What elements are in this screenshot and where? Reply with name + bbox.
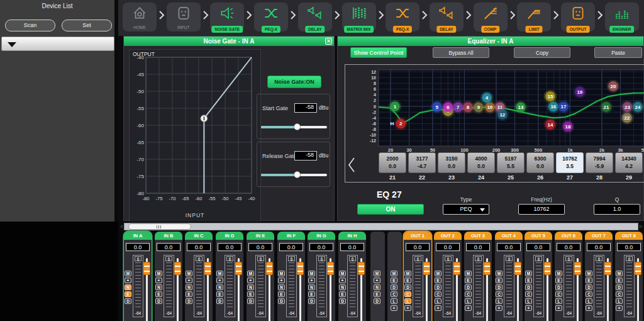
channel-button-D[interactable]: D [125, 298, 131, 304]
channel-button-C[interactable]: C [586, 291, 592, 297]
channel-gain-value[interactable]: 0.0 [466, 243, 490, 251]
channel-button-N[interactable]: N [339, 284, 346, 290]
toolbar-item-delay[interactable]: DELAY [298, 3, 332, 31]
eq-band-on-button[interactable]: ON [357, 204, 424, 215]
set-button[interactable]: Set [62, 20, 112, 31]
channel-button-M[interactable]: M [496, 271, 502, 276]
eq-point-24[interactable]: 24 [631, 100, 644, 113]
channel-gain-value[interactable]: 0.0 [617, 243, 641, 251]
scrollbar-thumb[interactable] [128, 223, 191, 230]
channel-gain-value[interactable]: 0.0 [248, 243, 272, 251]
channel-button-N[interactable]: N [308, 284, 315, 290]
channel-button-C[interactable]: C [496, 291, 502, 297]
channel-gain-value[interactable]: 0.0 [309, 243, 333, 251]
type-select[interactable]: PEQ [443, 204, 489, 215]
channel-button-D[interactable]: D [186, 298, 192, 304]
eq-button-copy[interactable]: Copy [514, 47, 570, 58]
channel-button-+[interactable]: + [216, 278, 223, 283]
bus-button-M[interactable]: M [391, 271, 397, 276]
channel-strip-in-f[interactable]: IN F 0.0 M+NED 6 -64 [277, 232, 305, 321]
channel-button-M[interactable]: M [308, 271, 315, 276]
eq-point-17[interactable]: 17 [557, 100, 570, 113]
channel-gain-value[interactable]: 0.0 [157, 243, 180, 251]
eq-band-cell-26[interactable]: 63000.0 [526, 152, 554, 173]
channel-button-L[interactable]: L [555, 298, 562, 304]
eq-point-21[interactable]: 21 [599, 100, 613, 113]
channel-strip-in-b[interactable]: IN B 0.0 M+NED 6 -64 [155, 232, 182, 321]
fader-handle[interactable] [423, 262, 430, 275]
fader-handle[interactable] [358, 262, 365, 275]
channel-label[interactable]: OUT 1 [404, 232, 431, 240]
channel-button-D[interactable]: D [278, 298, 285, 304]
channel-label[interactable]: IN C [185, 232, 213, 240]
channel-label[interactable]: OUT 4 [495, 232, 523, 240]
eq-band-cell-25[interactable]: 51975.5 [497, 152, 525, 173]
channel-gain-value[interactable]: 0.0 [497, 243, 521, 251]
eq-point-1[interactable]: 1 [388, 100, 401, 113]
gate-param-value[interactable]: -58 [294, 103, 317, 113]
channel-button-N[interactable]: N [186, 284, 192, 290]
eq-button-show-control-point[interactable]: Show Control Point [350, 47, 407, 58]
fader-handle[interactable] [514, 262, 521, 275]
channel-button-E[interactable]: E [465, 278, 472, 283]
channel-button-+[interactable]: + [339, 278, 346, 283]
eq-band-cell-28[interactable]: 7994-5.9 [586, 152, 613, 173]
channel-label[interactable]: OUT 7 [585, 232, 613, 240]
channel-button-E[interactable]: E [247, 291, 254, 297]
bus-button-D[interactable]: D [374, 298, 380, 304]
channel-strip-out-1[interactable]: OUT 1 0.0 MEDCL+ 6 -64 [404, 232, 431, 321]
gate-param-slider[interactable] [261, 123, 327, 131]
toolbar-item-enginer[interactable]: ENGINER [605, 3, 639, 31]
channel-label[interactable]: OUT 3 [464, 232, 492, 240]
freq-field[interactable]: 10762 [518, 204, 565, 215]
fader-handle[interactable] [453, 262, 460, 275]
channel-button-L[interactable]: L [404, 298, 411, 304]
toolbar-item-output[interactable]: OUTPUT [561, 3, 595, 31]
channel-button-+[interactable]: + [555, 305, 562, 311]
eq-band-cell-24[interactable]: 40000.0 [467, 152, 495, 173]
toolbar-item-comp[interactable]: COMP [474, 3, 508, 31]
channel-strip-out-3[interactable]: OUT 3 0.0 MEDCL+ 6 -64 [464, 232, 492, 321]
channel-button-D[interactable]: D [525, 284, 532, 290]
fader-handle[interactable] [544, 262, 551, 275]
fader-track[interactable] [517, 258, 519, 321]
bus-button-E[interactable]: E [391, 278, 397, 283]
channel-button-L[interactable]: L [435, 298, 441, 304]
fader-track[interactable] [299, 258, 301, 321]
bus-button-L[interactable]: L [391, 298, 397, 304]
bus-button-M[interactable]: M [374, 271, 380, 276]
eq-button-paste[interactable]: Paste [594, 47, 642, 58]
channel-button-+[interactable]: + [404, 305, 411, 311]
mixer-scrollbar[interactable] [124, 223, 638, 230]
channel-button-+[interactable]: + [247, 278, 254, 283]
scroll-right-icon[interactable]: ▶ [638, 223, 644, 230]
channel-button-D[interactable]: D [555, 284, 562, 290]
channel-button-D[interactable]: D [339, 298, 346, 304]
channel-button-+[interactable]: + [496, 305, 502, 311]
fader-handle[interactable] [174, 262, 181, 275]
fader-track[interactable] [269, 258, 270, 321]
channel-button-E[interactable]: E [555, 278, 562, 283]
channel-gain-value[interactable]: 0.0 [340, 243, 364, 251]
device-dropdown[interactable] [1, 37, 114, 51]
channel-label[interactable]: IN H [338, 232, 366, 240]
channel-button-D[interactable]: D [247, 298, 254, 304]
channel-strip-out-5[interactable]: OUT 5 0.0 MEDCL+ 6 -64 [525, 232, 552, 321]
channel-button-+[interactable]: + [308, 278, 315, 283]
channel-button-E[interactable]: E [216, 291, 223, 297]
fader-track[interactable] [360, 258, 362, 321]
channel-strip-in-g[interactable]: IN G 0.0 M+NED 6 -64 [308, 232, 335, 321]
prev-bands-arrow-icon[interactable] [347, 157, 355, 173]
channel-button-C[interactable]: C [435, 291, 441, 297]
channel-button-D[interactable]: D [586, 284, 592, 290]
eq-band-cell-29[interactable]: 143404.2 [615, 152, 643, 173]
channel-button-+[interactable]: + [586, 305, 592, 311]
channel-label[interactable]: OUT 2 [434, 232, 462, 240]
channel-button-N[interactable]: N [278, 284, 285, 290]
noise-gate-graph[interactable]: -40-45-50-55-60-65-70-75-80-80-75-70-65-… [129, 49, 261, 223]
channel-label[interactable]: OUT 6 [555, 232, 582, 240]
eq-point-13[interactable]: 13 [514, 101, 527, 114]
channel-button-+[interactable]: + [616, 305, 623, 311]
channel-button-E[interactable]: E [616, 278, 623, 283]
eq-point-20[interactable]: 20 [607, 79, 620, 93]
